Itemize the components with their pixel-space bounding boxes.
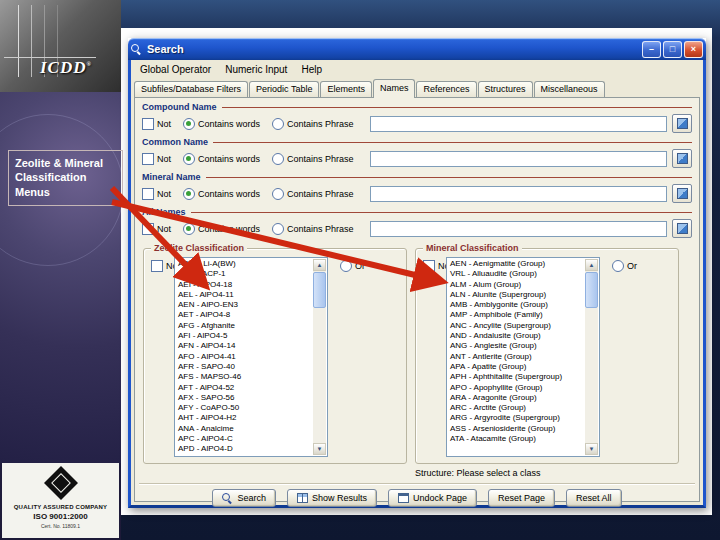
name-search-input[interactable] [370,221,667,237]
mineral-list-item[interactable]: ATA - Atacamite (Group) [448,434,584,444]
not-checkbox[interactable] [142,153,154,165]
tab[interactable]: Periodic Table [249,81,319,97]
or-radio[interactable] [612,260,624,272]
button-label: Reset Page [498,493,545,503]
row-action-icon [677,153,688,164]
zeolite-list-item[interactable]: AFO - AlPO4-41 [176,352,312,362]
mineral-list-item[interactable]: AEN - Aenigmatite (Group) [448,259,584,269]
tab[interactable]: Miscellaneous [534,81,605,97]
tab[interactable]: Structures [478,81,533,97]
row-action-button[interactable] [672,149,692,168]
contains-words-radio[interactable] [183,153,195,165]
scroll-up-icon[interactable]: ▲ [585,259,598,271]
zeolite-list-item[interactable]: ACO - ACP-1 [176,269,312,279]
mineral-list-item[interactable]: ARC - Arctite (Group) [448,403,584,413]
zeolite-list-item[interactable]: AHT - AlPO4-H2 [176,413,312,423]
section-header: Common Name [142,136,692,148]
footer-button[interactable]: Undock Page [388,489,477,507]
tab[interactable]: Names [373,79,416,98]
not-checkbox[interactable] [151,260,163,272]
zeolite-list-item[interactable]: AFX - SAPO-56 [176,393,312,403]
zeolite-list-item[interactable]: ABW - Li-A(BW) [176,259,312,269]
contains-phrase-radio[interactable] [272,223,284,235]
footer-button[interactable]: Reset All [566,489,622,507]
contains-phrase-label: Contains Phrase [287,224,354,234]
icdd-logo-text: ICDD® [40,58,92,78]
footer-button[interactable]: Reset Page [488,489,555,507]
names-tab-page: Compound Name Not Contains words [134,97,700,502]
scrollbar-thumb[interactable] [585,272,598,308]
mineral-list-item[interactable]: VRL - Alluaudite (Group) [448,269,584,279]
mineral-scrollbar[interactable]: ▲ ▼ [585,259,598,455]
name-search-input[interactable] [370,116,667,132]
not-checkbox[interactable] [142,118,154,130]
button-icon [398,493,409,503]
contains-words-label: Contains words [198,119,260,129]
scrollbar-thumb[interactable] [313,272,326,308]
tab[interactable]: Elements [320,81,372,97]
zeolite-list-item[interactable]: AFT - AlPO4-52 [176,383,312,393]
row-action-button[interactable] [672,219,692,238]
mineral-list-item[interactable]: AMB - Amblygonite (Group) [448,300,584,310]
mineral-list-item[interactable]: APO - Apophyllite (Group) [448,383,584,393]
not-checkbox[interactable] [423,260,435,272]
tab[interactable]: Subfiles/Database Filters [134,81,248,97]
zeolite-list-item[interactable]: AFS - MAPSO-46 [176,372,312,382]
scroll-up-icon[interactable]: ▲ [313,259,326,271]
zeolite-list-item[interactable]: AFG - Afghanite [176,321,312,331]
contains-phrase-radio[interactable] [272,118,284,130]
zeolite-list-item[interactable]: AFN - AlPO4-14 [176,341,312,351]
mineral-list-item[interactable]: AND - Andalusite (Group) [448,331,584,341]
zeolite-list-item[interactable]: AFR - SAPO-40 [176,362,312,372]
icdd-logo: ICDD® [0,0,121,92]
zeolite-list-item[interactable]: AFI - AlPO4-5 [176,331,312,341]
close-button[interactable]: × [684,41,703,58]
row-action-button[interactable] [672,184,692,203]
contains-phrase-radio[interactable] [272,188,284,200]
mineral-list-item[interactable]: ARG - Argyrodite (Supergroup) [448,413,584,423]
name-sections: Compound Name Not Contains words [142,101,692,241]
window-body: Global OperatorNumeric InputHelp Subfile… [128,60,706,508]
menu-item[interactable]: Global Operator [133,62,218,77]
minimize-button[interactable]: – [642,41,661,58]
zeolite-list-item[interactable]: APD - AlPO4-D [176,444,312,454]
zeolite-list-item[interactable]: AEN - AlPO-EN3 [176,300,312,310]
scroll-down-icon[interactable]: ▼ [585,443,598,455]
row-action-icon [677,118,688,129]
mineral-list-item[interactable]: ANC - Ancylite (Supergroup) [448,321,584,331]
zeolite-list-item[interactable]: AEL - AlPO4-11 [176,290,312,300]
mineral-list-item[interactable]: APH - Aphthitalite (Supergroup) [448,372,584,382]
mineral-list-item[interactable]: ALN - Alunite (Supergroup) [448,290,584,300]
menu-item[interactable]: Numeric Input [218,62,294,77]
mineral-list-item[interactable]: ASS - Arseniosiderite (Group) [448,424,584,434]
footer-button[interactable]: Search [212,489,276,507]
zeolite-list-item[interactable]: AET - AlPO4-8 [176,310,312,320]
mineral-list-item[interactable]: ALM - Alum (Group) [448,280,584,290]
not-checkbox[interactable] [142,223,154,235]
zeolite-list-item[interactable]: APC - AlPO4-C [176,434,312,444]
mineral-list-item[interactable]: ANG - Anglesite (Group) [448,341,584,351]
contains-words-radio[interactable] [183,223,195,235]
mineral-list-item[interactable]: ANT - Antlerite (Group) [448,352,584,362]
mineral-list-item[interactable]: APA - Apatite (Group) [448,362,584,372]
mineral-list-item[interactable]: ARA - Aragonite (Group) [448,393,584,403]
maximize-button[interactable]: □ [663,41,682,58]
not-checkbox[interactable] [142,188,154,200]
contains-words-radio[interactable] [183,188,195,200]
zeolite-scrollbar[interactable]: ▲ ▼ [313,259,326,455]
name-search-input[interactable] [370,151,667,167]
contains-words-radio[interactable] [183,118,195,130]
footer-button[interactable]: Show Results [287,489,377,507]
mineral-list-item[interactable]: AMP - Amphibole (Family) [448,310,584,320]
or-radio[interactable] [340,260,352,272]
tab[interactable]: References [416,81,476,97]
name-search-input[interactable] [370,186,667,202]
zeolite-list-item[interactable]: ANA - Analcime [176,424,312,434]
contains-phrase-radio[interactable] [272,153,284,165]
row-action-button[interactable] [672,114,692,133]
menu-item[interactable]: Help [294,62,329,77]
scroll-down-icon[interactable]: ▼ [313,443,326,455]
window-titlebar[interactable]: Search – □ × [128,38,706,60]
zeolite-list-item[interactable]: AEI - AlPO4-18 [176,280,312,290]
zeolite-list-item[interactable]: AFY - CoAPO-50 [176,403,312,413]
